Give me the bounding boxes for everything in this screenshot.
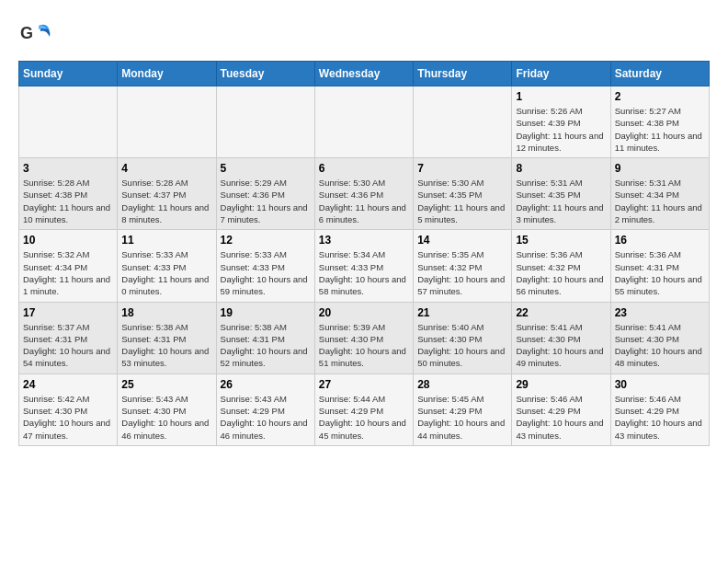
day-detail: Sunrise: 5:32 AM Sunset: 4:34 PM Dayligh… — [23, 248, 113, 297]
calendar-cell: 14Sunrise: 5:35 AM Sunset: 4:32 PM Dayli… — [414, 230, 512, 302]
calendar-cell: 20Sunrise: 5:39 AM Sunset: 4:30 PM Dayli… — [314, 302, 413, 373]
header-monday: Monday — [118, 62, 216, 86]
day-detail: Sunrise: 5:41 AM Sunset: 4:30 PM Dayligh… — [516, 321, 606, 370]
calendar-table: SundayMondayTuesdayWednesdayThursdayFrid… — [18, 61, 710, 446]
calendar-cell — [314, 86, 413, 158]
header-thursday: Thursday — [414, 62, 512, 86]
day-detail: Sunrise: 5:34 AM Sunset: 4:33 PM Dayligh… — [319, 248, 409, 297]
calendar-cell: 12Sunrise: 5:33 AM Sunset: 4:33 PM Dayli… — [216, 230, 314, 302]
day-number: 8 — [516, 162, 606, 175]
day-number: 4 — [121, 162, 211, 175]
logo-icon: G — [18, 18, 51, 52]
calendar-cell: 1Sunrise: 5:26 AM Sunset: 4:39 PM Daylig… — [512, 86, 610, 158]
calendar-cell — [216, 86, 314, 158]
day-detail: Sunrise: 5:30 AM Sunset: 4:36 PM Dayligh… — [319, 177, 409, 225]
day-number: 27 — [319, 378, 409, 391]
day-number: 1 — [516, 90, 606, 103]
week-row-3: 10Sunrise: 5:32 AM Sunset: 4:34 PM Dayli… — [19, 230, 710, 302]
svg-text:G: G — [20, 24, 33, 42]
day-number: 5 — [221, 162, 311, 175]
calendar-cell — [414, 86, 512, 158]
day-detail: Sunrise: 5:43 AM Sunset: 4:29 PM Dayligh… — [221, 393, 311, 442]
calendar-cell: 18Sunrise: 5:38 AM Sunset: 4:31 PM Dayli… — [118, 302, 216, 373]
day-number: 30 — [615, 378, 705, 391]
day-detail: Sunrise: 5:35 AM Sunset: 4:32 PM Dayligh… — [417, 248, 507, 297]
day-number: 13 — [319, 234, 409, 247]
day-detail: Sunrise: 5:30 AM Sunset: 4:35 PM Dayligh… — [417, 177, 507, 225]
calendar-cell: 26Sunrise: 5:43 AM Sunset: 4:29 PM Dayli… — [216, 373, 314, 445]
day-number: 17 — [23, 306, 113, 319]
day-detail: Sunrise: 5:31 AM Sunset: 4:35 PM Dayligh… — [516, 177, 606, 225]
day-number: 7 — [417, 162, 507, 175]
week-row-1: 1Sunrise: 5:26 AM Sunset: 4:39 PM Daylig… — [19, 86, 710, 158]
day-detail: Sunrise: 5:40 AM Sunset: 4:30 PM Dayligh… — [417, 321, 507, 370]
day-detail: Sunrise: 5:36 AM Sunset: 4:32 PM Dayligh… — [516, 248, 606, 297]
day-number: 3 — [23, 162, 113, 175]
week-row-4: 17Sunrise: 5:37 AM Sunset: 4:31 PM Dayli… — [19, 302, 710, 373]
calendar-cell: 21Sunrise: 5:40 AM Sunset: 4:30 PM Dayli… — [414, 302, 512, 373]
day-detail: Sunrise: 5:44 AM Sunset: 4:29 PM Dayligh… — [319, 393, 409, 442]
day-detail: Sunrise: 5:38 AM Sunset: 4:31 PM Dayligh… — [221, 321, 311, 370]
calendar-cell: 23Sunrise: 5:41 AM Sunset: 4:30 PM Dayli… — [610, 302, 709, 373]
day-number: 18 — [121, 306, 211, 319]
calendar-cell — [118, 86, 216, 158]
day-detail: Sunrise: 5:26 AM Sunset: 4:39 PM Dayligh… — [516, 105, 606, 154]
day-detail: Sunrise: 5:41 AM Sunset: 4:30 PM Dayligh… — [615, 321, 705, 370]
header-tuesday: Tuesday — [216, 62, 314, 86]
day-number: 25 — [121, 378, 211, 391]
day-detail: Sunrise: 5:28 AM Sunset: 4:37 PM Dayligh… — [121, 177, 211, 225]
day-detail: Sunrise: 5:33 AM Sunset: 4:33 PM Dayligh… — [121, 248, 211, 297]
day-number: 26 — [221, 378, 311, 391]
day-number: 12 — [221, 234, 311, 247]
calendar-cell: 22Sunrise: 5:41 AM Sunset: 4:30 PM Dayli… — [512, 302, 610, 373]
calendar-cell: 16Sunrise: 5:36 AM Sunset: 4:31 PM Dayli… — [610, 230, 709, 302]
header-saturday: Saturday — [610, 62, 709, 86]
calendar-cell: 24Sunrise: 5:42 AM Sunset: 4:30 PM Dayli… — [19, 373, 118, 445]
calendar-cell: 28Sunrise: 5:45 AM Sunset: 4:29 PM Dayli… — [414, 373, 512, 445]
day-number: 23 — [615, 306, 705, 319]
day-number: 11 — [121, 234, 211, 247]
calendar-header: SundayMondayTuesdayWednesdayThursdayFrid… — [19, 62, 710, 86]
calendar-cell: 30Sunrise: 5:46 AM Sunset: 4:29 PM Dayli… — [610, 373, 709, 445]
calendar-cell — [19, 86, 118, 158]
day-number: 28 — [417, 378, 507, 391]
day-number: 24 — [23, 378, 113, 391]
day-number: 10 — [23, 234, 113, 247]
day-number: 21 — [417, 306, 507, 319]
day-number: 22 — [516, 306, 606, 319]
calendar-cell: 6Sunrise: 5:30 AM Sunset: 4:36 PM Daylig… — [314, 158, 413, 230]
day-detail: Sunrise: 5:29 AM Sunset: 4:36 PM Dayligh… — [221, 177, 311, 225]
calendar-cell: 29Sunrise: 5:46 AM Sunset: 4:29 PM Dayli… — [512, 373, 610, 445]
calendar-cell: 3Sunrise: 5:28 AM Sunset: 4:38 PM Daylig… — [19, 158, 118, 230]
header-wednesday: Wednesday — [314, 62, 413, 86]
day-detail: Sunrise: 5:46 AM Sunset: 4:29 PM Dayligh… — [516, 393, 606, 442]
day-detail: Sunrise: 5:27 AM Sunset: 4:38 PM Dayligh… — [615, 105, 705, 154]
day-number: 15 — [516, 234, 606, 247]
calendar-cell: 9Sunrise: 5:31 AM Sunset: 4:34 PM Daylig… — [610, 158, 709, 230]
calendar-cell: 15Sunrise: 5:36 AM Sunset: 4:32 PM Dayli… — [512, 230, 610, 302]
day-detail: Sunrise: 5:33 AM Sunset: 4:33 PM Dayligh… — [221, 248, 311, 297]
calendar-cell: 2Sunrise: 5:27 AM Sunset: 4:38 PM Daylig… — [610, 86, 709, 158]
calendar-cell: 7Sunrise: 5:30 AM Sunset: 4:35 PM Daylig… — [414, 158, 512, 230]
calendar-cell: 17Sunrise: 5:37 AM Sunset: 4:31 PM Dayli… — [19, 302, 118, 373]
week-row-5: 24Sunrise: 5:42 AM Sunset: 4:30 PM Dayli… — [19, 373, 710, 445]
day-detail: Sunrise: 5:38 AM Sunset: 4:31 PM Dayligh… — [121, 321, 211, 370]
calendar-cell: 5Sunrise: 5:29 AM Sunset: 4:36 PM Daylig… — [216, 158, 314, 230]
day-number: 14 — [417, 234, 507, 247]
day-number: 9 — [615, 162, 705, 175]
day-detail: Sunrise: 5:42 AM Sunset: 4:30 PM Dayligh… — [23, 393, 113, 442]
day-number: 20 — [319, 306, 409, 319]
calendar-body: 1Sunrise: 5:26 AM Sunset: 4:39 PM Daylig… — [19, 86, 710, 446]
day-detail: Sunrise: 5:45 AM Sunset: 4:29 PM Dayligh… — [417, 393, 507, 442]
logo: G — [18, 18, 57, 52]
calendar-cell: 8Sunrise: 5:31 AM Sunset: 4:35 PM Daylig… — [512, 158, 610, 230]
day-detail: Sunrise: 5:43 AM Sunset: 4:30 PM Dayligh… — [121, 393, 211, 442]
day-number: 16 — [615, 234, 705, 247]
day-detail: Sunrise: 5:37 AM Sunset: 4:31 PM Dayligh… — [23, 321, 113, 370]
week-row-2: 3Sunrise: 5:28 AM Sunset: 4:38 PM Daylig… — [19, 158, 710, 230]
header-friday: Friday — [512, 62, 610, 86]
calendar-cell: 11Sunrise: 5:33 AM Sunset: 4:33 PM Dayli… — [118, 230, 216, 302]
day-detail: Sunrise: 5:31 AM Sunset: 4:34 PM Dayligh… — [615, 177, 705, 225]
day-detail: Sunrise: 5:28 AM Sunset: 4:38 PM Dayligh… — [23, 177, 113, 225]
day-number: 29 — [516, 378, 606, 391]
